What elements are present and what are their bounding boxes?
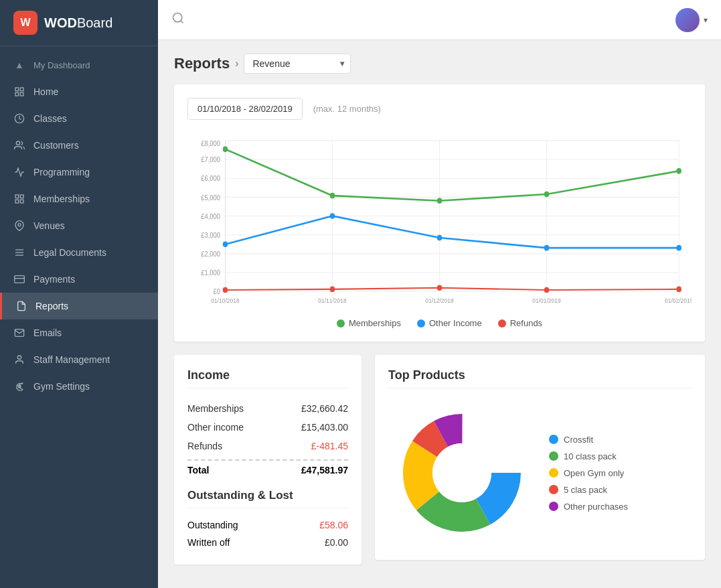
svg-point-55 bbox=[330, 213, 335, 219]
svg-rect-1 bbox=[20, 88, 23, 91]
legend-color-otherpurchases bbox=[549, 502, 558, 511]
sidebar-item-payments[interactable]: Payments bbox=[0, 266, 158, 293]
svg-text:£8,000: £8,000 bbox=[201, 140, 220, 148]
sidebar-nav: ▲ My Dashboard Home Classes Customers bbox=[0, 46, 158, 588]
logo-icon: W bbox=[13, 11, 37, 35]
svg-text:£1,000: £1,000 bbox=[201, 269, 220, 277]
reports-icon bbox=[15, 300, 27, 312]
payments-icon bbox=[13, 273, 25, 285]
customers-icon bbox=[13, 139, 25, 151]
sidebar-item-venues[interactable]: Venues bbox=[0, 212, 158, 239]
svg-line-19 bbox=[181, 21, 183, 23]
classes-icon bbox=[13, 113, 25, 125]
top-products-card: Top Products bbox=[375, 355, 705, 560]
income-divider bbox=[187, 459, 348, 461]
donut-chart bbox=[388, 399, 536, 546]
svg-rect-7 bbox=[20, 195, 23, 198]
staff-icon bbox=[13, 354, 25, 366]
svg-point-61 bbox=[437, 285, 443, 291]
programming-icon bbox=[13, 166, 25, 178]
svg-point-49 bbox=[223, 147, 228, 153]
main-content: ▾ Reports › Revenue Attendance Retention… bbox=[158, 0, 721, 588]
income-refunds: Refunds £-481.45 bbox=[187, 437, 348, 455]
chart-legend: Memberships Other Income Refunds bbox=[187, 318, 692, 328]
legend-opengym: Open Gym only bbox=[549, 468, 628, 478]
svg-text:01/01/2019: 01/01/2019 bbox=[532, 297, 560, 305]
svg-point-18 bbox=[173, 13, 182, 22]
legend-color-opengym bbox=[549, 468, 558, 477]
sidebar-item-home[interactable]: Home bbox=[0, 78, 158, 105]
outstanding-written-off: Written off £0.00 bbox=[187, 534, 348, 551]
venues-icon bbox=[13, 220, 25, 232]
svg-point-51 bbox=[437, 198, 443, 204]
sidebar-item-memberships[interactable]: Memberships bbox=[0, 186, 158, 212]
svg-text:£4,000: £4,000 bbox=[201, 212, 220, 220]
svg-point-53 bbox=[676, 168, 682, 174]
emails-icon bbox=[13, 327, 25, 339]
income-total: Total £47,581.97 bbox=[187, 465, 348, 475]
legend-10classpack: 10 class pack bbox=[549, 451, 628, 461]
legend-other-income: Other Income bbox=[417, 318, 482, 328]
svg-point-56 bbox=[437, 235, 443, 241]
logo: W WODBoard bbox=[0, 0, 158, 46]
date-range-hint: (max. 12 months) bbox=[313, 104, 381, 114]
dashboard-icon: ▲ bbox=[13, 59, 25, 71]
svg-point-60 bbox=[330, 287, 335, 293]
breadcrumb: Reports › Revenue Attendance Retention bbox=[174, 54, 705, 74]
revenue-dropdown-wrap: Revenue Attendance Retention bbox=[244, 54, 351, 74]
search-icon[interactable] bbox=[171, 11, 185, 28]
legend-color-10classpack bbox=[549, 451, 558, 461]
sidebar-item-dashboard[interactable]: ▲ My Dashboard bbox=[0, 52, 158, 78]
sidebar-item-legal[interactable]: Legal Documents bbox=[0, 239, 158, 266]
svg-rect-3 bbox=[15, 92, 19, 96]
sidebar-item-gym[interactable]: Gym Settings bbox=[0, 373, 158, 400]
logo-text: WODBoard bbox=[44, 15, 112, 31]
income-other: Other income £15,403.00 bbox=[187, 418, 348, 437]
svg-text:01/11/2018: 01/11/2018 bbox=[318, 297, 346, 305]
donut-svg bbox=[388, 399, 536, 546]
svg-text:£6,000: £6,000 bbox=[201, 175, 220, 183]
legend-dot-refunds bbox=[498, 319, 506, 327]
svg-text:01/12/2018: 01/12/2018 bbox=[425, 297, 453, 305]
top-products-title: Top Products bbox=[388, 368, 692, 388]
date-range-bar: 01/10/2018 - 28/02/2019 (max. 12 months) bbox=[187, 98, 692, 120]
date-range-button[interactable]: 01/10/2018 - 28/02/2019 bbox=[187, 98, 303, 120]
svg-rect-0 bbox=[15, 88, 19, 91]
svg-point-16 bbox=[17, 356, 21, 359]
sidebar-item-customers[interactable]: Customers bbox=[0, 132, 158, 159]
revenue-dropdown[interactable]: Revenue Attendance Retention bbox=[244, 54, 351, 74]
user-menu[interactable]: ▾ bbox=[675, 8, 708, 32]
legend-dot-other-income bbox=[417, 319, 425, 327]
svg-rect-2 bbox=[20, 92, 23, 96]
svg-text:£7,000: £7,000 bbox=[201, 156, 220, 164]
legend-color-5classpack bbox=[549, 485, 558, 494]
products-container: Crossfit 10 class pack Open Gym only bbox=[388, 399, 692, 546]
home-icon bbox=[13, 86, 25, 98]
legend-crossfit: Crossfit bbox=[549, 435, 628, 445]
sidebar-item-staff[interactable]: Staff Management bbox=[0, 346, 158, 373]
legend-color-crossfit bbox=[549, 435, 558, 444]
income-card: Income Memberships £32,660.42 Other inco… bbox=[174, 355, 362, 565]
sidebar-item-reports[interactable]: Reports bbox=[0, 293, 158, 319]
svg-point-52 bbox=[544, 192, 550, 198]
svg-text:£5,000: £5,000 bbox=[201, 194, 220, 202]
legend-memberships: Memberships bbox=[337, 318, 401, 328]
svg-rect-8 bbox=[20, 200, 23, 203]
outstanding-outstanding: Outstanding £58.06 bbox=[187, 516, 348, 534]
income-title: Income bbox=[187, 368, 348, 388]
sidebar-item-programming[interactable]: Programming bbox=[0, 159, 158, 186]
svg-rect-6 bbox=[15, 195, 19, 198]
svg-text:01/10/2018: 01/10/2018 bbox=[211, 297, 239, 305]
donut-hole bbox=[432, 443, 491, 502]
breadcrumb-parent: Reports bbox=[174, 55, 230, 72]
outstanding-title: Outstanding & Lost bbox=[187, 489, 348, 508]
svg-point-57 bbox=[544, 245, 550, 251]
svg-point-58 bbox=[676, 245, 682, 251]
gym-icon bbox=[13, 380, 25, 392]
svg-point-54 bbox=[223, 241, 228, 247]
sidebar-item-classes[interactable]: Classes bbox=[0, 105, 158, 132]
svg-text:£3,000: £3,000 bbox=[201, 231, 220, 239]
sidebar-item-emails[interactable]: Emails bbox=[0, 319, 158, 346]
legend-dot-memberships bbox=[337, 319, 345, 327]
svg-text:£0: £0 bbox=[213, 288, 220, 296]
